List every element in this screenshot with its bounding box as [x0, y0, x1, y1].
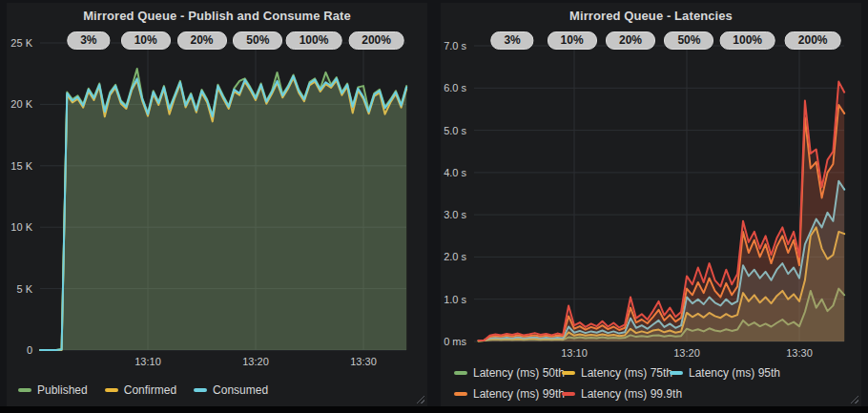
y-tick-label: 5.0 s [444, 125, 466, 136]
y-tick-label: 6.0 s [444, 82, 466, 93]
y-tick-label: 5 K [16, 283, 32, 295]
x-tick-label: 13:30 [786, 347, 813, 359]
legend-item-consumed[interactable]: Consumed [194, 383, 268, 397]
legend-item-published[interactable]: Published [18, 383, 88, 397]
annotation-pill-3-percent[interactable]: 3% [67, 31, 110, 50]
legend-label: Latency (ms) 99th [473, 387, 565, 401]
latency-chart-legend: Latency (ms) 50thLatency (ms) 75thLatenc… [454, 366, 777, 401]
annotation-pill-10-percent[interactable]: 10% [548, 31, 597, 50]
annotation-pill-100-percent[interactable]: 100% [719, 31, 775, 50]
annotation-pill-20-percent[interactable]: 20% [606, 31, 655, 50]
y-tick-label: 10 K [10, 221, 32, 233]
legend-item-latency-ms-50th[interactable]: Latency (ms) 50th [454, 366, 562, 380]
legend-item-latency-ms-95th[interactable]: Latency (ms) 95th [670, 366, 777, 380]
latency-chart-canvas[interactable]: 0 ms1.0 s2.0 s3.0 s4.0 s5.0 s6.0 s7.0 s1… [441, 3, 861, 406]
legend-label: Confirmed [124, 383, 176, 397]
series-consumed [40, 76, 406, 350]
legend-label: Latency (ms) 50th [473, 366, 565, 380]
annotation-pill-200-percent[interactable]: 200% [348, 31, 404, 50]
legend-swatch [562, 371, 575, 375]
annotation-pill-50-percent[interactable]: 50% [664, 31, 713, 50]
y-tick-label: 20 K [10, 98, 32, 110]
legend-swatch [194, 388, 207, 392]
y-tick-label: 0 ms [444, 336, 466, 347]
legend-label: Latency (ms) 75th [581, 366, 672, 380]
annotation-pill-50-percent[interactable]: 50% [233, 31, 282, 50]
panel-latencies: Mirrored Queue - Latencies 0 ms1.0 s2.0 … [441, 3, 861, 406]
annotation-pill-20-percent[interactable]: 20% [176, 31, 226, 50]
legend-swatch [670, 371, 683, 375]
legend-item-confirmed[interactable]: Confirmed [105, 383, 176, 397]
x-tick-label: 13:20 [673, 347, 700, 359]
annotation-pill-3-percent[interactable]: 3% [490, 31, 533, 50]
y-tick-label: 1.0 s [444, 294, 466, 305]
annotation-pill-100-percent[interactable]: 100% [286, 31, 342, 50]
y-tick-label: 4.0 s [444, 167, 466, 178]
y-tick-label: 7.0 s [444, 40, 466, 52]
legend-swatch [454, 371, 467, 375]
legend-swatch [562, 392, 575, 396]
y-tick-label: 2.0 s [444, 251, 466, 262]
legend-label: Published [37, 383, 88, 397]
rate-chart-legend: PublishedConfirmedConsumed [18, 383, 268, 397]
legend-item-latency-ms-75th[interactable]: Latency (ms) 75th [562, 366, 670, 380]
legend-item-latency-ms-99-9th[interactable]: Latency (ms) 99.9th [562, 387, 670, 401]
panel-publish-consume-rate: Mirrored Queue - Publish and Consume Rat… [7, 3, 427, 406]
grafana-dashboard: Mirrored Queue - Publish and Consume Rat… [0, 0, 868, 406]
y-tick-label: 0 [27, 344, 32, 356]
y-tick-label: 3.0 s [444, 209, 466, 220]
y-tick-label: 15 K [10, 160, 32, 172]
x-tick-label: 13:10 [134, 356, 161, 367]
legend-swatch [18, 388, 31, 392]
x-tick-label: 13:30 [350, 356, 377, 367]
y-tick-label: 25 K [10, 37, 32, 49]
legend-item-latency-ms-99th[interactable]: Latency (ms) 99th [454, 387, 562, 401]
legend-label: Latency (ms) 99.9th [581, 387, 682, 401]
series-latency-ms-99-9th [479, 82, 845, 341]
rate-chart-canvas[interactable]: 05 K10 K15 K20 K25 K13:1013:2013:30 [7, 3, 427, 406]
legend-swatch [105, 388, 118, 392]
legend-label: Consumed [213, 383, 268, 397]
legend-label: Latency (ms) 95th [689, 366, 780, 380]
annotation-pill-200-percent[interactable]: 200% [785, 31, 841, 50]
legend-swatch [454, 392, 467, 396]
x-tick-label: 13:20 [242, 356, 269, 367]
annotation-pill-10-percent[interactable]: 10% [121, 31, 171, 50]
x-tick-label: 13:10 [561, 347, 588, 359]
